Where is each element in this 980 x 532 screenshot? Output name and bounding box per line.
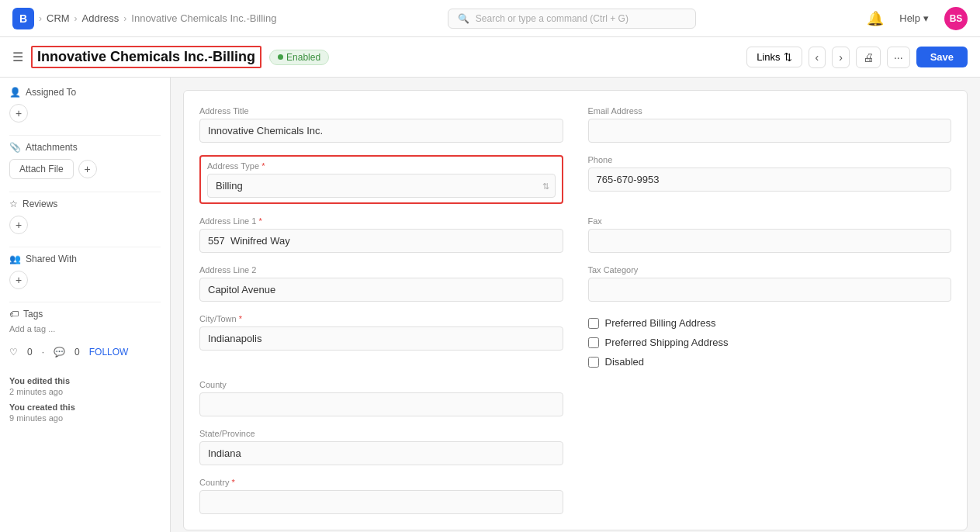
attach-file-button[interactable]: Attach File: [9, 159, 74, 179]
email-address-group: Email Address: [588, 106, 952, 143]
disabled-label: Disabled: [605, 356, 645, 368]
sidebar: 👤 Assigned To + 📎 Attachments Attach Fil…: [0, 78, 171, 532]
address-form: Address Title Email Address Address Type…: [183, 90, 968, 530]
person-icon: 👤: [9, 87, 21, 98]
user-avatar[interactable]: BS: [944, 7, 968, 30]
links-button[interactable]: Links ⇅: [746, 47, 802, 67]
fax-group: Fax: [588, 216, 952, 253]
edited-info: You edited this: [9, 376, 161, 385]
county-input[interactable]: [199, 392, 563, 416]
page-title: Innovative Chemicals Inc.-Billing: [31, 46, 261, 68]
nav-address[interactable]: Address: [82, 12, 119, 24]
assigned-to-section: 👤 Assigned To +: [9, 87, 161, 123]
paperclip-icon: 📎: [9, 142, 21, 153]
address-type-select[interactable]: Billing Shipping Other: [207, 174, 556, 198]
reviews-label: ☆ Reviews: [9, 199, 161, 209]
tax-category-group: Tax Category: [588, 265, 952, 302]
hamburger-menu-icon[interactable]: ☰: [12, 50, 23, 64]
address-line2-label: Address Line 2: [199, 265, 563, 275]
add-shared-with-button[interactable]: +: [9, 271, 28, 289]
address-line2-group: Address Line 2: [199, 265, 563, 302]
more-actions-button[interactable]: ···: [887, 47, 910, 68]
address-type-group: Address Type * Billing Shipping Other ⇅: [199, 155, 563, 204]
notifications-icon[interactable]: 🔔: [867, 10, 884, 27]
phone-group: Phone: [588, 155, 952, 204]
tags-label: 🏷 Tags: [9, 309, 161, 320]
city-town-input[interactable]: [199, 326, 563, 351]
tag-icon: 🏷: [9, 309, 19, 320]
county-label: County: [199, 380, 563, 389]
breadcrumb: B › CRM › Address › Innovative Chemicals…: [12, 8, 276, 29]
email-address-label: Email Address: [588, 106, 952, 116]
add-assigned-to-button[interactable]: +: [9, 104, 28, 123]
search-bar[interactable]: 🔍 Search or type a command (Ctrl + G): [448, 9, 696, 29]
fax-label: Fax: [588, 216, 952, 226]
state-province-group: State/Province: [199, 429, 563, 465]
star-icon: ☆: [9, 199, 18, 209]
form-grid: Address Title Email Address Address Type…: [199, 106, 951, 514]
nav-crm[interactable]: CRM: [47, 12, 70, 24]
address-title-group: Address Title: [199, 106, 563, 143]
add-attachment-button[interactable]: +: [78, 160, 97, 178]
add-review-button[interactable]: +: [9, 216, 28, 234]
preferred-billing-row: Preferred Billing Address: [588, 317, 952, 329]
state-province-label: State/Province: [199, 429, 563, 438]
address-line2-input[interactable]: [199, 278, 563, 302]
save-button[interactable]: Save: [916, 47, 968, 67]
address-line1-label: Address Line 1 *: [199, 216, 563, 226]
tags-section: 🏷 Tags Add a tag ...: [9, 309, 161, 334]
likes-count: 0: [27, 347, 33, 358]
main-layout: 👤 Assigned To + 📎 Attachments Attach Fil…: [0, 78, 980, 532]
likes-dot: ·: [42, 347, 44, 358]
phone-input[interactable]: [588, 168, 952, 192]
fax-input[interactable]: [588, 229, 952, 253]
checkboxes-group: Preferred Billing Address Preferred Ship…: [588, 314, 952, 368]
preferred-shipping-label: Preferred Shipping Address: [605, 337, 729, 348]
country-group: Country *: [199, 478, 563, 514]
preferred-shipping-row: Preferred Shipping Address: [588, 337, 952, 348]
help-chevron-icon: ▾: [923, 12, 929, 24]
country-input[interactable]: [199, 490, 563, 514]
status-badge: Enabled: [269, 50, 329, 65]
print-button[interactable]: 🖨: [856, 47, 881, 68]
reviews-section: ☆ Reviews +: [9, 199, 161, 234]
country-label: Country *: [199, 478, 563, 487]
email-address-input[interactable]: [588, 119, 952, 143]
shared-with-section: 👥 Shared With +: [9, 254, 161, 289]
attachments-label: 📎 Attachments: [9, 142, 161, 153]
prev-record-button[interactable]: ‹: [809, 47, 826, 68]
sidebar-footer: You edited this 2 minutes ago You create…: [9, 376, 161, 423]
preferred-shipping-checkbox[interactable]: [588, 337, 599, 348]
preferred-billing-checkbox[interactable]: [588, 318, 599, 329]
assigned-to-label: 👤 Assigned To: [9, 87, 161, 98]
add-tag-link[interactable]: Add a tag ...: [9, 324, 55, 333]
shared-with-label: 👥 Shared With: [9, 254, 161, 264]
help-button[interactable]: Help ▾: [893, 9, 935, 27]
top-navigation: B › CRM › Address › Innovative Chemicals…: [0, 0, 980, 37]
created-info: You created this: [9, 402, 161, 412]
main-content: Address Title Email Address Address Type…: [171, 78, 980, 532]
nav-current-record: Innovative Chemicals Inc.-Billing: [131, 12, 276, 24]
follow-button[interactable]: FOLLOW: [89, 347, 129, 358]
city-town-group: City/Town *: [199, 314, 563, 368]
search-icon: 🔍: [458, 13, 469, 24]
address-line1-input[interactable]: [199, 229, 563, 253]
shared-icon: 👥: [9, 254, 21, 264]
preferred-billing-label: Preferred Billing Address: [605, 317, 716, 329]
address-title-input[interactable]: [199, 119, 563, 143]
help-label: Help: [899, 12, 920, 24]
state-province-input[interactable]: [199, 441, 563, 465]
address-line1-group: Address Line 1 *: [199, 216, 563, 253]
app-logo[interactable]: B: [12, 8, 34, 29]
likes-icon: ♡: [9, 347, 18, 358]
edited-time: 2 minutes ago: [9, 387, 161, 396]
tax-category-input[interactable]: [588, 278, 952, 302]
comments-icon: 💬: [54, 347, 65, 358]
county-group: County: [199, 380, 563, 416]
disabled-checkbox[interactable]: [588, 357, 599, 368]
next-record-button[interactable]: ›: [832, 47, 850, 68]
disabled-row: Disabled: [588, 356, 952, 368]
created-time: 9 minutes ago: [9, 413, 161, 423]
tax-category-label: Tax Category: [588, 265, 952, 275]
comments-count: 0: [74, 347, 80, 358]
